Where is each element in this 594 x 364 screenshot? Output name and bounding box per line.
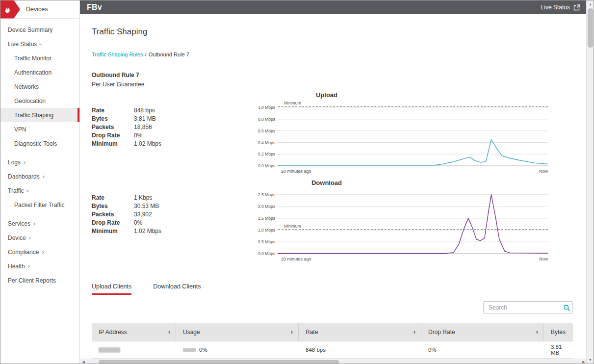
- sidebar-item-dashboards[interactable]: Dashboards›: [0, 169, 79, 183]
- sidebar-item-label: Traffic Shaping: [14, 112, 53, 119]
- usage-percent: 0%: [199, 347, 207, 353]
- sort-icon: ▲▼: [290, 330, 293, 335]
- stat-value: 18,856: [134, 124, 152, 130]
- search-box: [483, 301, 573, 314]
- table-body: 0%848 bps0%3.81 MB: [92, 341, 573, 359]
- sidebar-item-networks[interactable]: Networks: [0, 79, 79, 94]
- upload-stats: Rate848 bpsBytes3.81 MBPackets18,856Drop…: [92, 106, 161, 148]
- column-header-rate[interactable]: Rate▲▼: [299, 323, 421, 341]
- stat-value: 0%: [134, 219, 142, 226]
- svg-text:0.5 Mbps: 0.5 Mbps: [258, 239, 275, 244]
- sidebar-item-live-status[interactable]: Live Status›: [0, 37, 79, 51]
- stat-label: Bytes: [92, 203, 134, 209]
- scroll-up-arrow-icon[interactable]: ▲: [587, 0, 594, 8]
- flame-logo-icon: [0, 0, 20, 19]
- sidebar-item-geolocation[interactable]: Geolocation: [0, 94, 79, 108]
- page-title: Traffic Shaping: [92, 27, 147, 37]
- chevron-right-icon: ›: [28, 263, 30, 269]
- brand-header: Devices: [0, 0, 79, 19]
- sidebar-item-logs[interactable]: Logs›: [0, 155, 79, 169]
- svg-text:0.0 Mbps: 0.0 Mbps: [258, 163, 275, 168]
- breadcrumb-separator: /: [145, 52, 147, 57]
- scroll-down-arrow-icon[interactable]: ▼: [587, 356, 594, 364]
- sidebar-item-label: Compliance: [8, 249, 39, 256]
- chart-svg: 0.0 Mbps0.2 Mbps0.4 Mbps0.6 Mbps0.8 Mbps…: [255, 100, 552, 175]
- stat-value: 33,902: [134, 211, 152, 218]
- search-icon[interactable]: [561, 304, 572, 312]
- sort-icon: ▲▼: [413, 330, 416, 335]
- bytes-cell: 3.81 MB: [544, 341, 573, 358]
- column-header-label: Usage: [183, 329, 200, 336]
- vertical-scrollbar-thumb[interactable]: [588, 8, 593, 48]
- sort-icon: ▲▼: [536, 330, 539, 335]
- download-stats: Rate1 KbpsBytes30.53 MBPackets33,902Drop…: [92, 193, 161, 235]
- table-row: 0%848 bps0%3.81 MB: [92, 341, 573, 359]
- column-header-bytes[interactable]: Bytes: [544, 323, 573, 341]
- sidebar-item-device-summary[interactable]: Device Summary: [0, 23, 79, 37]
- usage-cell: 0%: [176, 341, 299, 358]
- column-header-label: IP Address: [99, 329, 127, 336]
- stat-value: 848 bps: [134, 107, 155, 114]
- stat-row-rate: Rate848 bps: [92, 106, 161, 114]
- sidebar-item-traffic-monitor[interactable]: Traffic Monitor: [0, 51, 79, 65]
- sidebar-item-label: Device Summary: [8, 26, 52, 33]
- sidebar-item-label: Geolocation: [14, 98, 46, 104]
- sidebar-item-label: Dashboards: [8, 173, 40, 180]
- stat-value: 1.02 Mbps: [134, 228, 161, 234]
- svg-text:2.0 Mbps: 2.0 Mbps: [258, 204, 275, 209]
- column-header-label: Rate: [306, 329, 318, 336]
- column-header-usage[interactable]: Usage▲▼: [176, 323, 299, 341]
- stat-row-bytes: Bytes3.81 MB: [92, 114, 161, 123]
- breadcrumb-link[interactable]: Traffic Shaping Rules: [92, 52, 143, 57]
- stat-label: Packets: [92, 211, 134, 218]
- stat-label: Bytes: [92, 115, 134, 122]
- svg-text:0.2 Mbps: 0.2 Mbps: [258, 152, 275, 156]
- svg-text:Minimum: Minimum: [284, 224, 301, 229]
- chevron-down-icon: ›: [25, 190, 31, 192]
- sidebar-item-device[interactable]: Device›: [0, 231, 79, 245]
- sidebar-item-label: VPN: [14, 126, 26, 133]
- upload-chart-plot: 0.0 Mbps0.2 Mbps0.4 Mbps0.6 Mbps0.8 Mbps…: [255, 100, 377, 177]
- stat-value: 1 Kbps: [134, 194, 152, 201]
- sidebar-item-traffic-shaping[interactable]: Traffic Shaping: [0, 108, 79, 122]
- sidebar-item-services[interactable]: Services›: [0, 216, 79, 231]
- chevron-right-icon: ›: [33, 220, 35, 227]
- flame-glyph: [2, 3, 13, 15]
- sidebar-item-label: Live Status: [8, 41, 37, 48]
- sidebar-item-compliance[interactable]: Compliance›: [0, 245, 79, 259]
- sidebar-item-label: Diagnostic Tools: [14, 140, 57, 147]
- live-status-link[interactable]: Live Status: [541, 4, 580, 11]
- sidebar-item-traffic[interactable]: Traffic›: [0, 183, 79, 198]
- column-header-ip-address[interactable]: IP Address▲▼: [92, 323, 176, 341]
- chevron-right-icon: ›: [42, 249, 44, 255]
- table-header-row: IP Address▲▼Usage▲▼Rate▲▼Drop Rate▲▼Byte…: [92, 323, 573, 341]
- sidebar-item-authentication[interactable]: Authentication: [0, 65, 79, 79]
- rule-name: Outbound Rule 7: [92, 72, 144, 78]
- usage-bar: [183, 348, 196, 352]
- stat-row-drop-rate: Drop Rate0%: [92, 218, 161, 227]
- chevron-right-icon: ›: [24, 159, 26, 165]
- title-divider: [92, 40, 573, 40]
- column-header-drop-rate[interactable]: Drop Rate▲▼: [421, 323, 544, 341]
- tab-download-clients[interactable]: Download Clients: [153, 283, 201, 295]
- svg-text:0.0 Mbps: 0.0 Mbps: [258, 251, 275, 256]
- sidebar-item-diagnostic-tools[interactable]: Diagnostic Tools: [0, 136, 79, 151]
- sidebar-item-label: Traffic: [8, 187, 24, 194]
- sidebar-item-health[interactable]: Health›: [0, 259, 79, 273]
- tab-upload-clients[interactable]: Upload Clients: [92, 283, 131, 295]
- sidebar-item-label: Logs: [8, 159, 21, 166]
- search-input[interactable]: [484, 304, 561, 311]
- horizontal-scrollbar: ◀ ▶: [80, 359, 587, 364]
- stat-label: Rate: [92, 107, 134, 114]
- sidebar-item-label: Device: [8, 234, 26, 241]
- sidebar-item-label: Authentication: [14, 69, 52, 76]
- scroll-left-arrow-icon[interactable]: ◀: [80, 359, 87, 364]
- device-title: FBv: [87, 3, 102, 12]
- horizontal-scrollbar-thumb[interactable]: [99, 360, 339, 364]
- sidebar-item-per-client-reports[interactable]: Per Client Reports: [0, 273, 79, 287]
- svg-text:1.0 Mbps: 1.0 Mbps: [258, 105, 275, 110]
- sidebar-item-packet-filter-traffic[interactable]: Packet Filter Traffic: [0, 198, 79, 212]
- svg-text:Minimum: Minimum: [284, 101, 301, 105]
- sidebar-item-vpn[interactable]: VPN: [0, 122, 79, 136]
- svg-text:Now: Now: [539, 169, 548, 174]
